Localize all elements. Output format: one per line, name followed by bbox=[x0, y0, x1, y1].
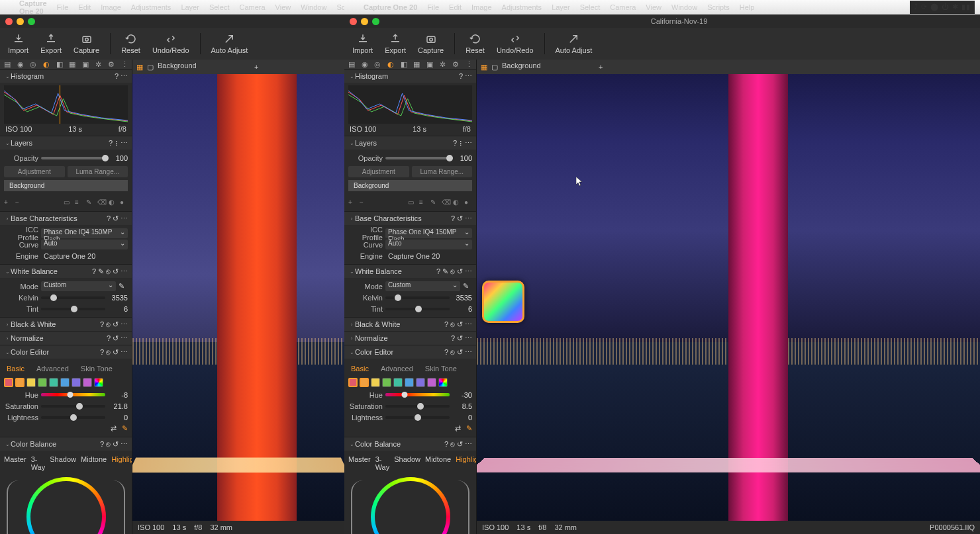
copy-mask-icon[interactable]: ▭ bbox=[64, 199, 72, 206]
single-view-icon[interactable]: ▢ bbox=[147, 63, 154, 71]
remove-layer-icon[interactable]: − bbox=[15, 199, 23, 206]
menubar-status-icons[interactable]: ⤴ ⟳ ⬤ ⏻ ✱ ▮▮ bbox=[910, 1, 975, 14]
kelvin-value[interactable]: 3535 bbox=[108, 294, 128, 302]
color-swatch[interactable] bbox=[49, 378, 58, 387]
tab-batch-icon[interactable]: ⋮ bbox=[120, 60, 129, 69]
tab-details-icon[interactable]: ▦ bbox=[68, 60, 77, 69]
menu-camera[interactable]: Camera bbox=[235, 3, 269, 11]
tab-metadata-icon[interactable]: ✲ bbox=[94, 60, 103, 69]
menu-adjustments[interactable]: Adjustments bbox=[127, 3, 175, 11]
color-wheel-left[interactable] bbox=[26, 477, 106, 534]
cb-highlight[interactable]: Highlight bbox=[111, 455, 132, 471]
color-swatch[interactable] bbox=[15, 378, 24, 387]
gradient-icon[interactable]: ◐ bbox=[109, 199, 117, 206]
sat-slider[interactable] bbox=[41, 405, 105, 408]
color-swatch[interactable] bbox=[60, 378, 70, 387]
brush-icon[interactable]: ✎ bbox=[86, 199, 94, 206]
menu-select[interactable]: Select bbox=[205, 3, 234, 11]
ce-tab-advanced[interactable]: Advanced bbox=[34, 363, 72, 374]
ce-tab-skin[interactable]: Skin Tone bbox=[78, 363, 115, 374]
color-swatch[interactable] bbox=[4, 378, 13, 387]
add-layer-icon[interactable]: + bbox=[4, 199, 12, 206]
tint-slider[interactable] bbox=[41, 308, 105, 310]
color-swatch[interactable] bbox=[382, 378, 391, 387]
preset-icon[interactable]: ⫶ bbox=[115, 139, 119, 148]
zoom-button[interactable] bbox=[372, 18, 379, 25]
canvas-right[interactable] bbox=[477, 74, 980, 521]
color-swatch[interactable] bbox=[72, 378, 81, 387]
color-wheel-right[interactable] bbox=[371, 477, 450, 534]
menu-view[interactable]: View bbox=[271, 3, 295, 11]
tab-styles-icon[interactable]: ▣ bbox=[81, 60, 90, 69]
opacity-slider[interactable] bbox=[41, 157, 105, 159]
undoredo-button[interactable]: Undo/Redo bbox=[494, 32, 536, 56]
close-button[interactable] bbox=[350, 18, 357, 25]
autoadjust-button[interactable]: Auto Adjust bbox=[209, 32, 251, 56]
color-swatch[interactable] bbox=[360, 378, 369, 387]
color-swatch[interactable] bbox=[348, 378, 358, 387]
hue-value[interactable]: -8 bbox=[108, 391, 128, 399]
menu-icon[interactable]: ⋯ bbox=[121, 139, 128, 148]
icc-profile-select[interactable]: Phase One IQ4 150MP Flash bbox=[41, 228, 128, 238]
tab-lens-icon[interactable]: ◎ bbox=[28, 60, 38, 69]
color-swatch[interactable] bbox=[26, 378, 36, 387]
capture-button[interactable]: Capture bbox=[415, 32, 446, 56]
wb-picker-icon[interactable]: ✎ bbox=[119, 282, 128, 290]
color-swatch[interactable] bbox=[38, 378, 47, 387]
add-icon[interactable]: + bbox=[254, 63, 258, 71]
app-name[interactable]: Capture One 20 bbox=[360, 3, 421, 11]
ce-tab-basic[interactable]: Basic bbox=[4, 363, 27, 374]
minimize-button[interactable] bbox=[361, 18, 368, 25]
help-icon[interactable]: ? bbox=[109, 139, 113, 148]
capture-button[interactable]: Capture bbox=[71, 32, 102, 56]
color-swatch[interactable] bbox=[393, 378, 403, 387]
bw-title[interactable]: Black & White bbox=[11, 320, 100, 328]
eraser-icon[interactable]: ⌫ bbox=[97, 199, 105, 206]
menu-file[interactable]: File bbox=[53, 3, 73, 11]
app-name[interactable]: Capture One 20 bbox=[15, 0, 51, 15]
ce-link-icon[interactable]: ⇄ bbox=[111, 424, 117, 433]
color-swatch[interactable] bbox=[427, 378, 436, 387]
tab-output-icon[interactable]: ⚙ bbox=[107, 60, 117, 69]
help-icon[interactable]: ? bbox=[115, 72, 119, 81]
close-button[interactable] bbox=[5, 18, 13, 25]
norm-title[interactable]: Normalize bbox=[11, 334, 107, 342]
color-swatch[interactable] bbox=[416, 378, 425, 387]
menu-icon[interactable]: ⋯ bbox=[121, 72, 128, 81]
invert-mask-icon[interactable]: ≡ bbox=[75, 199, 83, 206]
autoadjust-button[interactable]: Auto Adjust bbox=[553, 32, 595, 56]
cb-midtone[interactable]: Midtone bbox=[81, 455, 107, 471]
cb-shadow[interactable]: Shadow bbox=[50, 455, 76, 471]
minimize-button[interactable] bbox=[17, 18, 24, 25]
menu-image[interactable]: Image bbox=[97, 3, 125, 11]
radial-icon[interactable]: ● bbox=[120, 199, 128, 206]
layer-background[interactable]: Background bbox=[4, 180, 128, 191]
curve-select[interactable]: Auto bbox=[41, 240, 128, 249]
zoom-button[interactable] bbox=[28, 18, 35, 25]
tab-capture-icon[interactable]: ◉ bbox=[16, 60, 25, 69]
grid-view-icon[interactable]: ▦ bbox=[136, 63, 143, 71]
ce-picker-icon[interactable]: ✎ bbox=[122, 424, 128, 433]
light-slider[interactable] bbox=[41, 416, 105, 419]
undoredo-button[interactable]: Undo/Redo bbox=[150, 32, 192, 56]
menu-edit[interactable]: Edit bbox=[74, 3, 95, 11]
cb-master[interactable]: Master bbox=[4, 455, 26, 471]
color-swatch[interactable] bbox=[83, 378, 92, 387]
light-value[interactable]: 0 bbox=[108, 414, 128, 422]
tab-color-icon[interactable]: ◐ bbox=[42, 60, 51, 69]
tint-value[interactable]: 6 bbox=[108, 305, 128, 313]
layer-type-select[interactable]: Adjustment bbox=[4, 166, 65, 177]
export-button[interactable]: Export bbox=[382, 32, 409, 56]
sat-value[interactable]: 21.8 bbox=[108, 402, 128, 410]
menu-layer[interactable]: Layer bbox=[177, 3, 203, 11]
color-swatch[interactable] bbox=[371, 378, 380, 387]
viewer-layer-select[interactable]: Background bbox=[158, 62, 250, 72]
tab-exposure-icon[interactable]: ◧ bbox=[55, 60, 64, 69]
reset-button[interactable]: Reset bbox=[463, 32, 487, 56]
hue-slider[interactable] bbox=[41, 393, 105, 396]
cb-3way[interactable]: 3-Way bbox=[31, 455, 46, 471]
reset-button[interactable]: Reset bbox=[119, 32, 143, 56]
luma-range-button[interactable]: Luma Range... bbox=[68, 166, 128, 177]
export-button[interactable]: Export bbox=[38, 32, 64, 56]
import-button[interactable]: Import bbox=[5, 32, 31, 56]
